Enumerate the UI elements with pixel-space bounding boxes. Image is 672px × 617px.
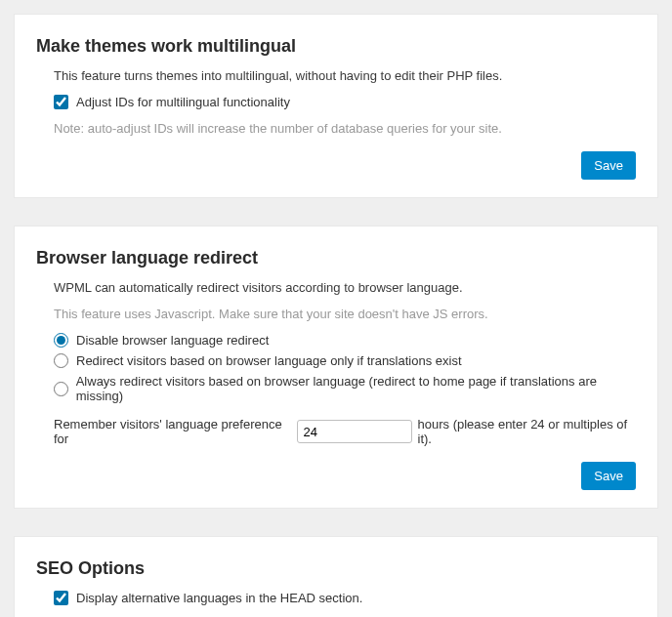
redirect-option-row-2: Always redirect visitors based on browse… (54, 374, 636, 403)
redirect-heading: Browser language redirect (36, 248, 636, 268)
themes-save-row: Save (36, 151, 636, 180)
themes-description: This feature turns themes into multiling… (54, 68, 636, 83)
redirect-save-button[interactable]: Save (581, 462, 636, 490)
redirect-option-radio-0[interactable] (54, 333, 68, 348)
themes-note: Note: auto-adjust IDs will increase the … (54, 121, 636, 136)
redirect-note: This feature uses Javascript. Make sure … (54, 307, 636, 321)
remember-hours-input[interactable] (297, 420, 412, 443)
redirect-option-row-0: Disable browser language redirect (54, 333, 636, 348)
seo-panel: SEO Options Display alternative language… (14, 536, 658, 617)
remember-suffix: hours (please enter 24 or multiples of i… (418, 417, 636, 446)
remember-row: Remember visitors' language preference f… (54, 417, 636, 446)
redirect-option-radio-1[interactable] (54, 353, 68, 368)
adjust-ids-label[interactable]: Adjust IDs for multilingual functionalit… (76, 95, 290, 109)
adjust-ids-row: Adjust IDs for multilingual functionalit… (54, 95, 636, 109)
alt-lang-checkbox[interactable] (54, 591, 68, 605)
seo-heading: SEO Options (36, 558, 636, 579)
themes-save-button[interactable]: Save (581, 151, 636, 180)
adjust-ids-checkbox[interactable] (54, 95, 68, 109)
alt-lang-row: Display alternative languages in the HEA… (54, 591, 636, 605)
redirect-option-radio-2[interactable] (54, 382, 68, 396)
alt-lang-label[interactable]: Display alternative languages in the HEA… (76, 591, 362, 605)
redirect-panel: Browser language redirect WPML can autom… (14, 226, 658, 509)
themes-panel: Make themes work multilingual This featu… (14, 14, 658, 198)
redirect-option-row-1: Redirect visitors based on browser langu… (54, 353, 636, 368)
themes-heading: Make themes work multilingual (36, 36, 636, 57)
redirect-option-label-0[interactable]: Disable browser language redirect (76, 333, 269, 348)
redirect-option-label-2[interactable]: Always redirect visitors based on browse… (76, 374, 636, 403)
redirect-option-label-1[interactable]: Redirect visitors based on browser langu… (76, 353, 462, 368)
remember-prefix: Remember visitors' language preference f… (54, 417, 291, 446)
redirect-description: WPML can automatically redirect visitors… (54, 280, 636, 295)
redirect-save-row: Save (36, 462, 636, 490)
